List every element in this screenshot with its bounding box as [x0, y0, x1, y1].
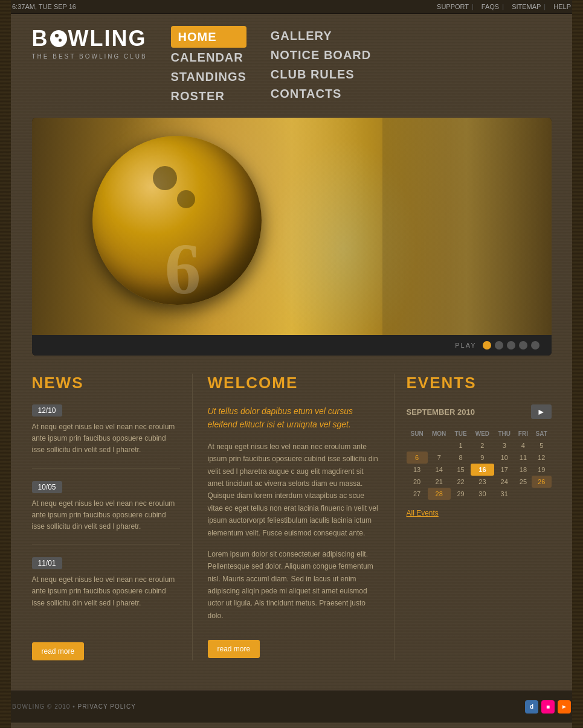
calendar-day[interactable]: 28 — [428, 488, 451, 500]
calendar-day[interactable]: 18 — [515, 464, 532, 476]
slider-dots — [483, 341, 540, 350]
digg-icon[interactable]: d — [525, 700, 538, 714]
calendar-day[interactable]: 3 — [494, 439, 515, 452]
calendar-day[interactable]: 23 — [471, 476, 494, 488]
help-link[interactable]: HELP — [553, 3, 571, 10]
calendar-day[interactable]: 1 — [451, 439, 471, 452]
content-row: NEWS 12/10 At nequ eget nisus leo vel ne… — [32, 374, 552, 660]
footer-text: BOWLING © 2010 • PRIVACY POLICY — [12, 703, 136, 710]
news-date-2: 10/05 — [32, 481, 62, 493]
hero-slider: 6 PLAY — [32, 118, 552, 356]
flickr-icon[interactable]: ■ — [541, 700, 555, 714]
calendar-day[interactable]: 7 — [428, 452, 451, 464]
calendar-day[interactable]: 10 — [494, 452, 515, 464]
welcome-body-2: Lorem ipsum dolor sit consectetuer adipi… — [208, 548, 379, 622]
logo-ball-icon — [50, 30, 67, 47]
rss-icon[interactable]: ► — [558, 700, 571, 714]
calendar-day — [407, 439, 428, 452]
page-border-right — [572, 0, 583, 728]
welcome-intro: Ut tellus dolor dapibus etum vel cursus … — [208, 404, 379, 432]
dot-1[interactable] — [483, 341, 491, 350]
news-date-1: 12/10 — [32, 404, 62, 417]
col-welcome: WELCOME Ut tellus dolor dapibus etum vel… — [192, 374, 395, 660]
navigation: HOME CALENDAR STANDINGS ROSTER GALLERY N… — [153, 26, 552, 106]
nav-gallery[interactable]: GALLERY — [271, 26, 371, 45]
calendar-day[interactable]: 19 — [532, 464, 552, 476]
nav-roster[interactable]: ROSTER — [171, 86, 246, 106]
calendar-table: SUN MON TUE WED THU FRI SAT 123456789101… — [407, 428, 552, 500]
calendar-day[interactable]: 17 — [494, 464, 515, 476]
support-link[interactable]: SUPPORT — [437, 3, 469, 10]
nav-contacts[interactable]: CONTACTS — [271, 84, 371, 103]
news-read-more-button[interactable]: read more — [32, 642, 85, 660]
calendar-next-button[interactable]: ► — [531, 404, 552, 419]
hero-lane — [382, 118, 552, 335]
nav-home[interactable]: HOME — [171, 26, 246, 48]
dot-2[interactable] — [495, 341, 503, 350]
news-text-3: At nequ eget nisus leo vel nean nec erou… — [32, 574, 180, 609]
calendar-day[interactable]: 25 — [515, 476, 532, 488]
calendar-day[interactable]: 11 — [515, 452, 532, 464]
calendar-header: SEPTEMBER 2010 ► — [407, 404, 552, 419]
hero-number: 6 — [165, 228, 201, 311]
slider-controls: PLAY — [32, 335, 552, 356]
calendar-day[interactable]: 13 — [407, 464, 428, 476]
welcome-title: WELCOME — [208, 374, 379, 392]
calendar-day[interactable]: 14 — [428, 464, 451, 476]
calendar-day[interactable]: 20 — [407, 476, 428, 488]
play-label: PLAY — [455, 342, 476, 349]
faqs-link[interactable]: FAQS — [482, 3, 499, 10]
calendar-month: SEPTEMBER 2010 — [407, 407, 475, 417]
cal-header-sat: SAT — [532, 428, 552, 439]
logo-subtitle: THE BEST BOWLING CLUB — [32, 53, 153, 60]
calendar-day[interactable]: 16 — [471, 464, 494, 476]
cal-header-wed: WED — [471, 428, 494, 439]
calendar-day[interactable]: 4 — [515, 439, 532, 452]
nav-col-1: HOME CALENDAR STANDINGS ROSTER — [171, 26, 246, 106]
calendar-day[interactable]: 6 — [407, 452, 428, 464]
welcome-body-1: At nequ eget nisus leo vel nean nec erou… — [208, 441, 379, 539]
sitemap-link[interactable]: SITEMAP — [512, 3, 541, 10]
news-item-2: 10/05 At nequ eget nisus leo vel nean ne… — [32, 481, 180, 546]
calendar-day[interactable]: 15 — [451, 464, 471, 476]
nav-notice-board[interactable]: NOTICE BOARD — [271, 45, 371, 65]
logo-text: B WLING — [32, 26, 153, 51]
all-events-link[interactable]: All Events — [407, 509, 552, 517]
nav-standings[interactable]: STANDINGS — [171, 67, 246, 86]
welcome-read-more-button[interactable]: read more — [208, 640, 260, 658]
calendar-day[interactable]: 12 — [532, 452, 552, 464]
news-text-1: At nequ eget nisus leo vel nean nec erou… — [32, 421, 180, 456]
calendar-day[interactable]: 22 — [451, 476, 471, 488]
news-date-3: 11/01 — [32, 557, 62, 569]
cal-header-sun: SUN — [407, 428, 428, 439]
nav-club-rules[interactable]: CLUB RULES — [271, 65, 371, 84]
privacy-policy-link[interactable]: PRIVACY POLICY — [77, 703, 135, 710]
calendar-day[interactable]: 31 — [494, 488, 515, 500]
top-bar: 6:37AM, TUE SEP 16 SUPPORT | FAQS | SITE… — [0, 0, 583, 14]
calendar-day[interactable]: 5 — [532, 439, 552, 452]
calendar-day[interactable]: 9 — [471, 452, 494, 464]
events-title: EVENTS — [407, 374, 552, 392]
calendar-day[interactable]: 21 — [428, 476, 451, 488]
logo-wling: WLING — [68, 26, 147, 51]
cal-header-tue: TUE — [451, 428, 471, 439]
calendar-day[interactable]: 24 — [494, 476, 515, 488]
calendar-day[interactable]: 2 — [471, 439, 494, 452]
calendar-day[interactable]: 30 — [471, 488, 494, 500]
calendar-day — [532, 488, 552, 500]
calendar-day[interactable]: 29 — [451, 488, 471, 500]
calendar-day[interactable]: 27 — [407, 488, 428, 500]
cal-header-mon: MON — [428, 428, 451, 439]
calendar-day[interactable]: 26 — [532, 476, 552, 488]
dot-4[interactable] — [519, 341, 527, 350]
page-border-left — [0, 0, 11, 728]
col-events: EVENTS SEPTEMBER 2010 ► SUN MON TUE WED … — [407, 374, 552, 660]
social-icons: d ■ ► — [525, 700, 571, 714]
calendar-day[interactable]: 8 — [451, 452, 471, 464]
dot-3[interactable] — [507, 341, 515, 350]
nav-calendar[interactable]: CALENDAR — [171, 48, 246, 67]
dot-5[interactable] — [531, 341, 540, 350]
datetime: 6:37AM, TUE SEP 16 — [12, 3, 76, 10]
cal-header-fri: FRI — [515, 428, 532, 439]
cal-header-thu: THU — [494, 428, 515, 439]
